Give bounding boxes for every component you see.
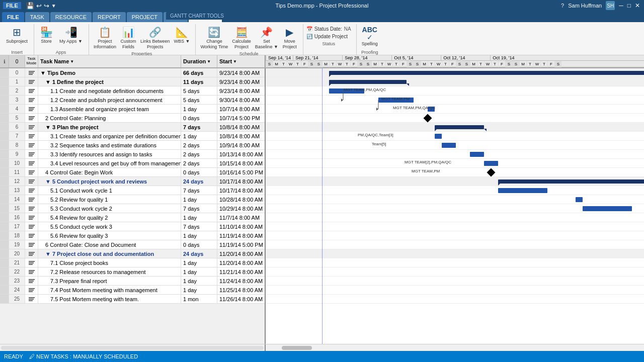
cell-start: 11/26/14 8:00 AM bbox=[217, 295, 266, 303]
task-row[interactable]: 0 ▼ Tips Demo 66 days 9/23/14 8:00 AM bbox=[0, 68, 265, 77]
cell-mode bbox=[25, 177, 38, 186]
svg-rect-39 bbox=[29, 189, 35, 190]
redo-qat-btn[interactable]: ↪ bbox=[44, 2, 49, 10]
svg-rect-10 bbox=[29, 100, 34, 101]
row-info bbox=[0, 132, 9, 140]
task-row[interactable]: 4 1.3 Assemble and organize project team… bbox=[0, 105, 265, 114]
row-info bbox=[0, 141, 9, 149]
cell-duration: 1 day bbox=[181, 231, 217, 240]
row-info bbox=[0, 68, 9, 77]
task-row[interactable]: 8 3.2 Sequence tasks and estimate durati… bbox=[0, 141, 265, 150]
tab-file[interactable]: FILE bbox=[2, 12, 24, 22]
task-row[interactable]: 24 7.4 Post Mortem meeting with manageme… bbox=[0, 286, 265, 295]
gantt-row bbox=[266, 277, 644, 286]
change-working-time-btn[interactable]: 🔄 ChangeWorking Time bbox=[199, 25, 229, 51]
task-row[interactable]: 15 5.3 Conduct work cycle 2 7 days 10/29… bbox=[0, 204, 265, 213]
cell-duration: 1 day bbox=[181, 132, 217, 140]
file-icon[interactable]: FILE bbox=[3, 2, 21, 9]
save-qat-btn[interactable]: 💾 bbox=[26, 2, 34, 10]
my-apps-btn[interactable]: 📲 My Apps ▼ bbox=[57, 25, 85, 45]
task-row[interactable]: 13 5.1 Conduct work cycle 1 7 days 10/17… bbox=[0, 186, 265, 195]
cell-id: 22 bbox=[9, 267, 25, 276]
svg-rect-20 bbox=[29, 128, 33, 129]
task-row[interactable]: 21 7.1 Close project books 1 day 11/20/1… bbox=[0, 258, 265, 267]
task-row[interactable]: 3 1.2 Create and publish project announc… bbox=[0, 96, 265, 105]
undo-qat-btn[interactable]: ↩ bbox=[36, 2, 42, 10]
task-row[interactable]: 5 2 Control Gate: Planning 0 days 10/7/1… bbox=[0, 114, 265, 123]
cell-mode bbox=[25, 168, 38, 176]
calculate-project-btn[interactable]: 🧮 CalculateProject bbox=[230, 25, 253, 51]
subproject-btn[interactable]: ⊞ Subproject bbox=[4, 25, 30, 45]
cell-id: 15 bbox=[9, 204, 25, 213]
tab-project[interactable]: PROJECT bbox=[127, 12, 163, 22]
svg-rect-13 bbox=[29, 109, 34, 110]
cell-start: 11/24/14 8:00 AM bbox=[217, 277, 266, 285]
help-btn[interactable]: ? bbox=[561, 3, 564, 9]
task-row[interactable]: 18 5.6 Review for quality 3 1 day 11/19/… bbox=[0, 231, 265, 240]
duration-column-header[interactable]: Duration ▼ bbox=[181, 55, 217, 67]
task-row[interactable]: 20 ▼ 7 Project close out and documentati… bbox=[0, 249, 265, 258]
close-btn[interactable]: ✕ bbox=[635, 2, 640, 9]
cell-mode bbox=[25, 267, 38, 276]
task-row[interactable]: 9 3.3 Identify resources and assign to t… bbox=[0, 150, 265, 159]
cell-name: 4 Control Gate: Begin Work bbox=[38, 168, 181, 176]
cell-name: ▼ 3 Plan the project bbox=[38, 123, 181, 131]
minimize-btn[interactable]: ─ bbox=[619, 2, 623, 9]
task-row[interactable]: 7 3.1 Create tasks and organize per defi… bbox=[0, 132, 265, 141]
cell-mode bbox=[25, 86, 38, 95]
tab-report[interactable]: REPORT bbox=[93, 12, 126, 22]
qat-more-btn[interactable]: ▼ bbox=[51, 3, 56, 9]
cell-start: 10/28/14 8:00 AM bbox=[217, 195, 266, 204]
cell-duration: 24 days bbox=[181, 249, 217, 258]
task-row[interactable]: 10 3.4 Level resources and get buy off f… bbox=[0, 159, 265, 168]
task-row[interactable]: 23 7.3 Prepare final report 1 day 11/24/… bbox=[0, 277, 265, 286]
ribbon-tabs: GANTT CHART TOOLS FILE TASK RESOURCE REP… bbox=[0, 11, 644, 22]
id-column-header[interactable]: 0 bbox=[9, 55, 25, 67]
wbs-btn[interactable]: 📐 WBS ▼ bbox=[173, 25, 192, 45]
set-baseline-btn[interactable]: 📌 SetBaseline ▼ bbox=[254, 25, 280, 51]
mode-column-header[interactable]: TaskMode bbox=[25, 55, 38, 67]
task-row[interactable]: 1 ▼ 1 Define the project 11 days 9/23/14… bbox=[0, 77, 265, 86]
task-row[interactable]: 2 1.1 Create and negotiate definition do… bbox=[0, 86, 265, 96]
svg-rect-9 bbox=[29, 98, 35, 99]
task-row[interactable]: 22 7.2 Release resources to management 1… bbox=[0, 267, 265, 277]
task-row[interactable]: 19 6 Control Gate: Close and Document 0 … bbox=[0, 240, 265, 249]
ribbon-group-insert: ⊞ Subproject Insert bbox=[2, 24, 34, 55]
cell-name: 3.4 Level resources and get buy off from… bbox=[38, 159, 181, 167]
svg-rect-44 bbox=[29, 201, 33, 202]
tab-task[interactable]: TASK bbox=[25, 12, 49, 22]
task-row[interactable]: 14 5.2 Review for quality 1 1 day 10/28/… bbox=[0, 195, 265, 204]
store-btn[interactable]: 🏪 Store bbox=[37, 25, 55, 45]
tab-resource[interactable]: RESOURCE bbox=[50, 12, 92, 22]
top-bar: FILE 💾 ↩ ↪ ▼ Tips Demo.mpp - Project Pro… bbox=[0, 0, 644, 11]
move-project-btn[interactable]: ▶ MoveProject bbox=[281, 25, 299, 51]
svg-rect-28 bbox=[29, 154, 34, 155]
task-row[interactable]: 12 ▼ 5 Conduct project work and reviews … bbox=[0, 177, 265, 186]
svg-rect-27 bbox=[29, 152, 35, 153]
maximize-btn[interactable]: □ bbox=[627, 2, 631, 9]
links-between-projects-btn[interactable]: 🔗 Links BetweenProjects bbox=[139, 25, 172, 51]
name-column-header[interactable]: Task Name ▼ bbox=[38, 55, 181, 67]
cell-id: 13 bbox=[9, 186, 25, 195]
gantt-row bbox=[266, 77, 644, 86]
row-info bbox=[0, 77, 9, 86]
project-information-btn[interactable]: 📋 ProjectInformation bbox=[92, 25, 118, 51]
cell-id: 1 bbox=[9, 77, 25, 86]
cell-start: 9/23/14 8:00 AM bbox=[217, 86, 266, 95]
update-project-btn[interactable]: 🔃 Update Project bbox=[306, 34, 351, 39]
custom-fields-btn[interactable]: 📊 CustomFields bbox=[119, 25, 138, 51]
gantt-row bbox=[266, 286, 644, 295]
task-row[interactable]: 25 7.5 Post Mortem meeting with team. 1 … bbox=[0, 295, 265, 304]
cell-start: 10/7/14 8:00 AM bbox=[217, 105, 266, 113]
task-row[interactable]: 6 ▼ 3 Plan the project 7 days 10/8/14 8:… bbox=[0, 123, 265, 132]
spelling-btn[interactable]: ABC ✓ Spelling bbox=[360, 25, 380, 47]
task-row[interactable]: 16 5.4 Review for quality 2 1 day 11/7/1… bbox=[0, 213, 265, 222]
svg-rect-15 bbox=[29, 116, 35, 117]
start-column-header[interactable]: Start ▼ bbox=[217, 55, 266, 67]
task-row[interactable]: 17 5.5 Conduct cycle work 3 7 days 11/10… bbox=[0, 222, 265, 231]
cell-id: 8 bbox=[9, 141, 25, 149]
svg-rect-61 bbox=[29, 253, 34, 254]
column-headers: ℹ 0 TaskMode Task Name ▼ Duration ▼ Star… bbox=[0, 55, 644, 68]
scrollbar-horizontal[interactable] bbox=[0, 344, 644, 351]
task-row[interactable]: 11 4 Control Gate: Begin Work 0 days 10/… bbox=[0, 168, 265, 177]
